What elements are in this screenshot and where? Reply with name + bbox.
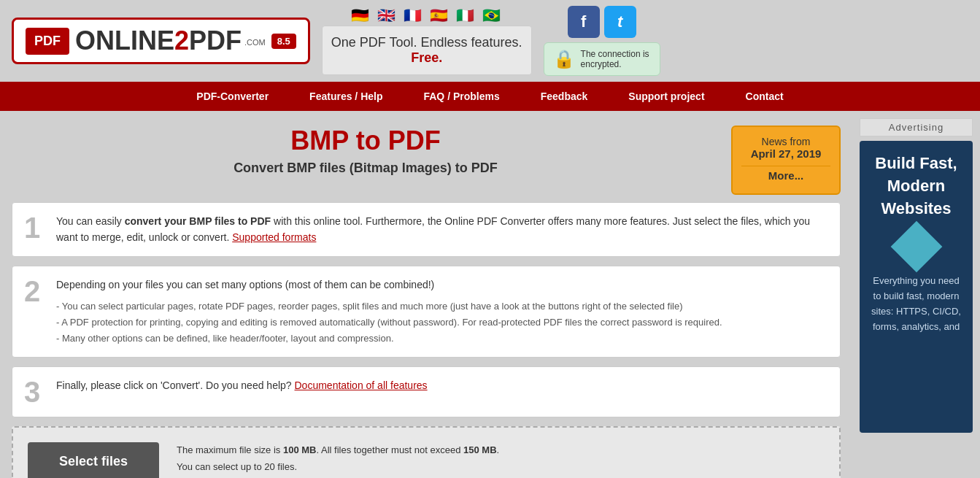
news-label: News from [741, 136, 830, 147]
upload-size-info: The maximum file size is 100 MB. All fil… [177, 442, 825, 458]
header-center: 🇩🇪 🇬🇧 🇫🇷 🇪🇸 🇮🇹 🇧🇷 One PDF Tool. Endless … [322, 7, 532, 75]
logo-pdf: PDF [189, 26, 242, 55]
twitter-icon: t [617, 12, 622, 31]
upload-tip: Tip: you can select several files at onc… [177, 475, 825, 478]
ad-diamond-icon [890, 221, 942, 273]
select-files-button[interactable]: Select files [28, 442, 159, 478]
step-2-bullet-3: - Many other options can be defined, lik… [56, 331, 828, 347]
main-container: News from April 27, 2019 More... BMP to … [0, 111, 980, 478]
docs-link[interactable]: Documentation of all features [295, 379, 428, 391]
facebook-button[interactable]: f [568, 6, 600, 38]
main-nav: PDF-Converter Features / Help FAQ / Prob… [0, 82, 980, 111]
upload-count-info: You can select up to 20 files. [177, 459, 825, 475]
upload-button-group: Select files (or just drag&drop your fil… [28, 442, 159, 478]
flag-br[interactable]: 🇧🇷 [482, 7, 503, 21]
flag-de[interactable]: 🇩🇪 [351, 7, 371, 21]
upload-area: Select files (or just drag&drop your fil… [12, 426, 841, 478]
ssl-box: 🔒 The connection is encrypted. [544, 42, 660, 76]
step-2-bullets: - You can select particular pages, rotat… [56, 298, 828, 347]
step-2-text: Depending on your files you can set many… [56, 277, 828, 293]
step-1-number: 1 [24, 213, 46, 242]
flag-fr[interactable]: 🇫🇷 [404, 7, 424, 21]
step-2-number: 2 [24, 277, 46, 306]
supported-formats-link[interactable]: Supported formats [232, 231, 316, 243]
step-3-content: Finally, please click on 'Convert'. Do y… [56, 377, 828, 393]
site-header: PDF ONLINE2PDF .COM 8.5 🇩🇪 🇬🇧 🇫🇷 🇪🇸 🇮🇹 🇧… [0, 0, 980, 82]
news-date: April 27, 2019 [741, 147, 830, 160]
step-2-content: Depending on your files you can set many… [56, 277, 828, 347]
content-area: News from April 27, 2019 More... BMP to … [0, 111, 852, 478]
step-3-box: 3 Finally, please click on 'Convert'. Do… [12, 366, 841, 417]
pdf-icon: PDF [26, 28, 69, 55]
logo-text: ONLINE2PDF .COM [75, 26, 266, 56]
page-subtitle: Convert BMP files (Bitmap Images) to PDF [12, 161, 841, 176]
upload-info: The maximum file size is 100 MB. All fil… [177, 442, 825, 478]
step-1-text: You can easily convert your BMP files to… [56, 213, 828, 246]
ad-box: Build Fast, Modern Websites Everything y… [860, 141, 973, 433]
ad-headline: Build Fast, Modern Websites [868, 153, 964, 220]
step-1-bold: convert your BMP files to PDF [125, 215, 271, 227]
language-flags[interactable]: 🇩🇪 🇬🇧 🇫🇷 🇪🇸 🇮🇹 🇧🇷 [351, 7, 503, 21]
news-more-button[interactable]: More... [741, 166, 830, 185]
tagline-free: Free. [331, 50, 522, 66]
nav-feedback[interactable]: Feedback [520, 82, 609, 111]
step-3-text: Finally, please click on 'Convert'. Do y… [56, 377, 828, 393]
facebook-icon: f [581, 12, 586, 31]
tagline-box: One PDF Tool. Endless features. Free. [322, 26, 532, 75]
page-title: BMP to PDF [12, 126, 841, 156]
logo-com: .COM [244, 38, 266, 47]
logo-2: 2 [174, 26, 189, 55]
step-2-box: 2 Depending on your files you can set ma… [12, 266, 841, 358]
nav-support-project[interactable]: Support project [608, 82, 725, 111]
social-buttons: f t [568, 6, 636, 38]
step-3-number: 3 [24, 377, 46, 406]
ad-body: Everything you need to build fast, moder… [868, 274, 964, 334]
nav-pdf-converter[interactable]: PDF-Converter [176, 82, 289, 111]
twitter-button[interactable]: t [604, 6, 636, 38]
flag-it[interactable]: 🇮🇹 [456, 7, 477, 21]
social-area: f t 🔒 The connection is encrypted. [544, 6, 660, 76]
logo-online: ONLINE [75, 26, 174, 55]
step-1-content: You can easily convert your BMP files to… [56, 213, 828, 246]
step-1-box: 1 You can easily convert your BMP files … [12, 202, 841, 257]
ssl-icon: 🔒 [553, 49, 575, 69]
step-2-bullet-1: - You can select particular pages, rotat… [56, 298, 828, 315]
flag-es[interactable]: 🇪🇸 [430, 7, 450, 21]
nav-features-help[interactable]: Features / Help [289, 82, 403, 111]
nav-faq-problems[interactable]: FAQ / Problems [403, 82, 520, 111]
sidebar: Advertising Build Fast, Modern Websites … [852, 111, 980, 478]
title-area: News from April 27, 2019 More... BMP to … [12, 126, 841, 202]
version-badge: 8.5 [271, 34, 296, 49]
tagline-line1: One PDF Tool. Endless features. [331, 35, 522, 50]
step-2-bullet-2: - A PDF protection for printing, copying… [56, 315, 828, 331]
logo-box: PDF ONLINE2PDF .COM 8.5 [12, 18, 310, 64]
advertising-label: Advertising [860, 118, 973, 136]
news-box: News from April 27, 2019 More... [731, 126, 841, 195]
nav-contact[interactable]: Contact [725, 82, 804, 111]
ssl-text: The connection is encrypted. [581, 49, 651, 69]
flag-gb[interactable]: 🇬🇧 [377, 7, 398, 21]
